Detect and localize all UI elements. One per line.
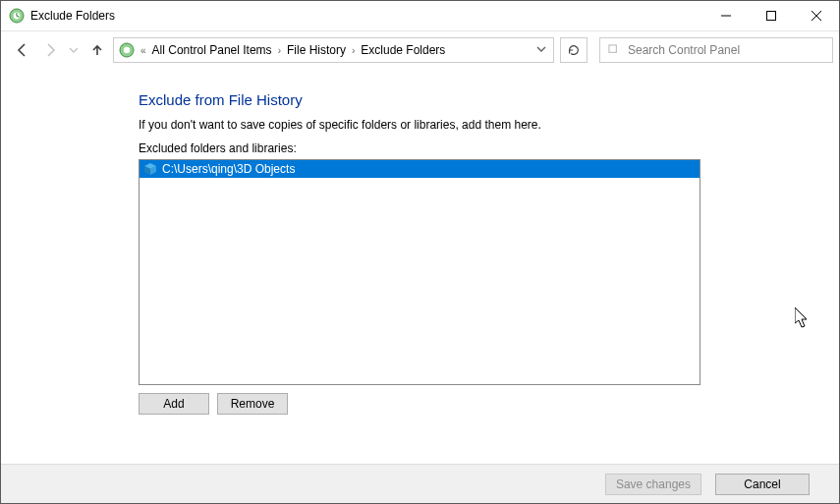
svg-rect-3: [767, 12, 776, 21]
app-icon: [9, 8, 25, 24]
list-label: Excluded folders and libraries:: [139, 141, 839, 155]
page-description: If you don't want to save copies of spec…: [139, 118, 839, 132]
address-history-dropdown[interactable]: [532, 43, 551, 57]
excluded-listbox[interactable]: C:\Users\qing\3D Objects: [139, 159, 700, 385]
forward-button[interactable]: [38, 38, 62, 62]
add-button[interactable]: Add: [139, 393, 209, 415]
cancel-button[interactable]: Cancel: [715, 474, 810, 495]
folder-3d-icon: [142, 161, 158, 177]
minimize-button[interactable]: [703, 1, 749, 31]
maximize-button[interactable]: [749, 1, 794, 31]
navigation-bar: « All Control Panel Items › File History…: [1, 31, 839, 69]
list-item-path: C:\Users\qing\3D Objects: [162, 162, 295, 176]
refresh-button[interactable]: [560, 37, 588, 63]
remove-button[interactable]: Remove: [217, 393, 288, 415]
up-button[interactable]: [85, 38, 109, 62]
chevron-right-icon[interactable]: ›: [349, 45, 358, 56]
recent-locations-dropdown[interactable]: [66, 38, 82, 62]
search-input[interactable]: Search Control Panel: [599, 37, 833, 63]
back-button[interactable]: [11, 38, 34, 62]
address-bar[interactable]: « All Control Panel Items › File History…: [113, 37, 554, 63]
close-button[interactable]: [794, 1, 839, 31]
breadcrumb-segment[interactable]: Exclude Folders: [358, 43, 448, 57]
breadcrumb-segment[interactable]: All Control Panel Items: [149, 43, 275, 57]
chevron-right-icon[interactable]: ›: [275, 45, 284, 56]
search-icon: [606, 44, 622, 57]
breadcrumb-segment[interactable]: File History: [284, 43, 349, 57]
svg-rect-8: [608, 44, 615, 51]
footer-bar: Save changes Cancel: [1, 464, 839, 503]
list-item[interactable]: C:\Users\qing\3D Objects: [140, 160, 700, 178]
search-placeholder: Search Control Panel: [628, 43, 740, 57]
page-heading: Exclude from File History: [139, 91, 839, 108]
window-title: Exclude Folders: [30, 9, 115, 23]
content-area: Exclude from File History If you don't w…: [1, 70, 839, 464]
breadcrumb-prefix-icon[interactable]: «: [138, 45, 149, 56]
save-changes-button[interactable]: Save changes: [605, 474, 701, 495]
svg-point-7: [124, 47, 130, 53]
control-panel-icon: [118, 41, 136, 59]
titlebar: Exclude Folders: [1, 1, 839, 31]
